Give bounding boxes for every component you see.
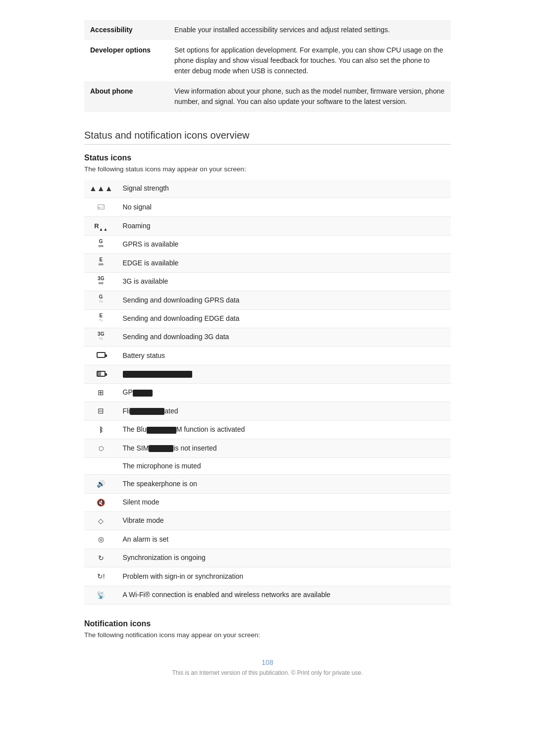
icon-row: R▲▲Roaming — [84, 216, 451, 235]
icon-label: The speakerphone is on — [118, 475, 451, 493]
status-icons-table: ▲▲▲Signal strengthNo signalR▲▲RoamingGoo… — [84, 180, 451, 605]
settings-row: About phoneView information about your p… — [84, 81, 451, 112]
icon-label: GP — [118, 384, 451, 402]
icon-row: 🔊The speakerphone is on — [84, 475, 451, 493]
notification-section: Notification icons The following notific… — [84, 619, 451, 639]
icon-row: 3G↑↓Sending and downloading 3G data — [84, 328, 451, 346]
icon-symbol: 🔊 — [84, 475, 118, 493]
icon-row: E↑↓Sending and downloading EDGE data — [84, 309, 451, 328]
icon-row: ◇Vibrate mode — [84, 512, 451, 530]
icon-label: The Blu M function is activated — [118, 420, 451, 439]
settings-label: Accessibility — [84, 20, 168, 40]
icon-label: Signal strength — [118, 180, 451, 198]
page-number: 108 — [84, 658, 451, 666]
icon-label: Sending and downloading EDGE data — [118, 309, 451, 328]
icon-label: EDGE is available — [118, 254, 451, 272]
icon-label: Battery status — [118, 347, 451, 365]
icon-symbol: Eoo — [84, 254, 118, 272]
section-heading: Status and notification icons overview — [84, 130, 451, 145]
icon-symbol: ▲▲▲ — [84, 180, 118, 198]
icon-symbol: ↻! — [84, 567, 118, 586]
icon-label: Silent mode — [118, 493, 451, 511]
icon-label — [118, 365, 451, 383]
icon-label: A Wi-Fi® connection is enabled and wirel… — [118, 586, 451, 604]
icon-row: ▲▲▲Signal strength — [84, 180, 451, 198]
icon-label: The SIM is not inserted — [118, 439, 451, 457]
notification-icons-intro: The following notification icons may app… — [84, 631, 451, 639]
icon-symbol: 3Goo — [84, 272, 118, 291]
footer-note: This is an Internet version of this publ… — [84, 669, 451, 676]
settings-description: Set options for application development.… — [168, 40, 451, 81]
icon-row: ⊞GP — [84, 384, 451, 402]
icon-symbol: ◇ — [84, 512, 118, 530]
icon-label: The microphone is muted — [118, 457, 451, 475]
page-content: AccessibilityEnable your installed acces… — [54, 0, 481, 706]
icon-label: Roaming — [118, 216, 451, 235]
icon-label: 3G is available — [118, 272, 451, 291]
icon-row: EooEDGE is available — [84, 254, 451, 272]
settings-description: View information about your phone, such … — [168, 81, 451, 112]
icon-symbol: Goo — [84, 235, 118, 253]
footer: 108 This is an Internet version of this … — [84, 658, 451, 676]
settings-label: About phone — [84, 81, 168, 112]
icon-label: Synchronization is ongoing — [118, 549, 451, 567]
icon-symbol: 📡 — [84, 586, 118, 604]
icon-row — [84, 365, 451, 383]
icon-row: ⊟Fli ated — [84, 402, 451, 420]
icon-symbol: E↑↓ — [84, 309, 118, 328]
icon-symbol: ⊞ — [84, 384, 118, 402]
settings-row: AccessibilityEnable your installed acces… — [84, 20, 451, 40]
icon-symbol: G↑↓ — [84, 291, 118, 309]
icon-row: ↻Synchronization is ongoing — [84, 549, 451, 567]
status-icons-intro: The following status icons may appear on… — [84, 165, 451, 173]
notification-icons-heading: Notification icons — [84, 619, 451, 628]
icon-row: The microphone is muted — [84, 457, 451, 475]
settings-description: Enable your installed accessibility serv… — [168, 20, 451, 40]
icon-label: GPRS is available — [118, 235, 451, 253]
icon-label: An alarm is set — [118, 530, 451, 549]
icon-label: Vibrate mode — [118, 512, 451, 530]
icon-symbol: 🔇 — [84, 493, 118, 511]
icon-label: No signal — [118, 198, 451, 216]
icon-row: No signal — [84, 198, 451, 216]
icon-row: 📡A Wi-Fi® connection is enabled and wire… — [84, 586, 451, 604]
icon-symbol: ᛒ — [84, 420, 118, 439]
settings-table: AccessibilityEnable your installed acces… — [84, 20, 451, 112]
icon-row: G↑↓Sending and downloading GPRS data — [84, 291, 451, 309]
icon-label: Sending and downloading GPRS data — [118, 291, 451, 309]
icon-symbol: ⊟ — [84, 402, 118, 420]
icon-symbol: ◎ — [84, 530, 118, 549]
status-icons-heading: Status icons — [84, 153, 451, 162]
icon-label: Problem with sign-in or synchronization — [118, 567, 451, 586]
icon-symbol — [84, 198, 118, 216]
icon-symbol — [84, 457, 118, 475]
icon-row: GooGPRS is available — [84, 235, 451, 253]
icon-label: Sending and downloading 3G data — [118, 328, 451, 346]
icon-symbol: ⬡ — [84, 439, 118, 457]
icon-symbol — [84, 347, 118, 365]
icon-symbol: R▲▲ — [84, 216, 118, 235]
icon-row: ◎An alarm is set — [84, 530, 451, 549]
icon-row: ↻!Problem with sign-in or synchronizatio… — [84, 567, 451, 586]
icon-row: ⬡The SIM is not inserted — [84, 439, 451, 457]
icon-row: 🔇Silent mode — [84, 493, 451, 511]
icon-symbol: 3G↑↓ — [84, 328, 118, 346]
icon-label: Fli ated — [118, 402, 451, 420]
icon-row: Battery status — [84, 347, 451, 365]
icon-symbol — [84, 365, 118, 383]
settings-row: Developer optionsSet options for applica… — [84, 40, 451, 81]
icon-row: 3Goo3G is available — [84, 272, 451, 291]
icon-row: ᛒThe Blu M function is activated — [84, 420, 451, 439]
settings-label: Developer options — [84, 40, 168, 81]
icon-symbol: ↻ — [84, 549, 118, 567]
